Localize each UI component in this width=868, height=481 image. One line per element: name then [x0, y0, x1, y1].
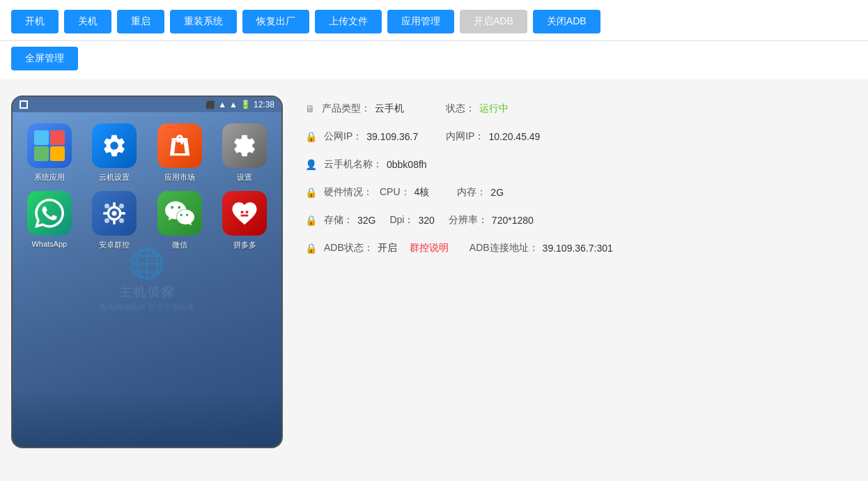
- wifi-signal-icon: ▲: [218, 100, 226, 109]
- watermark-slogan: 服务跨境电商 助力中企出海: [100, 302, 194, 312]
- status-right: ⬛ ▲ ▲ 🔋 12:38: [206, 100, 274, 109]
- storage-item: 🔒 存储： 32G: [305, 214, 375, 227]
- internal-ip-item: 内网IP： 10.20.45.49: [446, 130, 540, 143]
- system-apps-icon: [27, 123, 72, 168]
- cloud-settings-icon: [92, 123, 137, 168]
- app-device-settings[interactable]: 设置: [217, 123, 274, 183]
- enable-adb-button[interactable]: 开启ADB: [460, 10, 527, 33]
- app-wechat[interactable]: 微信: [151, 191, 208, 250]
- app-grid: 系统应用 云机设置: [21, 123, 273, 250]
- phone-screen: 🌐 主机侦探 服务跨境电商 助力中企出海: [13, 112, 281, 447]
- cpu-item: CPU： 4核: [380, 186, 429, 199]
- app-market-icon: [157, 123, 202, 168]
- android-ctrl-label: 安卓群控: [99, 240, 130, 250]
- public-ip-value: 39.109.36.7: [366, 131, 418, 142]
- cpu-label: CPU：: [380, 186, 410, 199]
- status-square-icon: [20, 100, 28, 109]
- watermark-brand: 主机侦探: [119, 284, 175, 300]
- storage-label: 存储：: [324, 214, 353, 227]
- cpu-value: 4核: [414, 186, 430, 199]
- adb-status-value: 开启: [378, 242, 397, 254]
- app-whatsapp[interactable]: WhatsApp: [21, 191, 78, 250]
- watermark-logo-icon: 🌐: [129, 247, 165, 281]
- device-name-value: 0bbk08fh: [387, 159, 427, 170]
- second-toolbar: 全屏管理: [0, 41, 868, 79]
- adb-icon: 🔒: [305, 243, 317, 254]
- restart-button[interactable]: 重启: [117, 10, 164, 33]
- app-market-label: 应用市场: [164, 172, 195, 183]
- disable-adb-button[interactable]: 关闭ADB: [533, 10, 600, 33]
- memory-label: 内存：: [457, 186, 486, 199]
- adb-link[interactable]: 群控说明: [410, 242, 449, 254]
- phone-frame: ⬛ ▲ ▲ 🔋 12:38 🌐 主机侦探 服务跨境电商 助力中企出海: [11, 96, 283, 448]
- dpi-item: Dpi： 320: [389, 214, 434, 227]
- svg-point-7: [104, 204, 109, 208]
- whatsapp-icon: [27, 191, 72, 236]
- app-android-ctrl[interactable]: 安卓群控: [86, 191, 144, 250]
- app-manage-button[interactable]: 应用管理: [387, 10, 454, 33]
- app-pinduoduo[interactable]: 拼多多: [217, 191, 274, 250]
- device-name-icon: 👤: [305, 159, 317, 170]
- app-system-apps[interactable]: 系统应用: [21, 123, 78, 183]
- ip-row: 🔒 公网IP： 39.109.36.7 内网IP： 10.20.45.49: [305, 130, 857, 143]
- reinstall-button[interactable]: 重装系统: [170, 10, 237, 33]
- hardware-item: 🔒 硬件情况：: [305, 186, 373, 199]
- product-type-item: 🖥 产品类型： 云手机: [305, 102, 404, 115]
- resolution-item: 分辨率： 720*1280: [449, 214, 534, 227]
- adb-label: ADB状态：: [324, 242, 373, 254]
- pinduoduo-icon: [222, 191, 267, 236]
- cellular-icon: ▲: [229, 100, 238, 109]
- dpi-label: Dpi：: [389, 214, 414, 227]
- upload-file-button[interactable]: 上传文件: [315, 10, 382, 33]
- resolution-value: 720*1280: [492, 215, 534, 226]
- dpi-value: 320: [418, 215, 434, 226]
- product-type-label: 产品类型：: [322, 102, 371, 115]
- phone-status-bar: ⬛ ▲ ▲ 🔋 12:38: [13, 97, 281, 112]
- app-market[interactable]: 应用市场: [151, 123, 208, 183]
- fullscreen-button[interactable]: 全屏管理: [11, 47, 78, 70]
- status-item: 状态： 运行中: [446, 102, 509, 115]
- hardware-label: 硬件情况：: [324, 186, 373, 199]
- factory-reset-button[interactable]: 恢复出厂: [242, 10, 309, 33]
- power-off-button[interactable]: 关机: [64, 10, 111, 33]
- battery-icon: 🔋: [240, 100, 251, 109]
- storage-icon: 🔒: [305, 215, 317, 226]
- device-name-item: 👤 云手机名称： 0bbk08fh: [305, 158, 427, 171]
- hardware-icon: 🔒: [305, 187, 317, 198]
- status-left: [20, 100, 28, 109]
- phone-bottom-decoration: [13, 391, 281, 447]
- storage-value: 32G: [357, 215, 375, 226]
- info-panel: 🖥 产品类型： 云手机 状态： 运行中 🔒 公网IP： 39.109.36.7: [305, 96, 857, 277]
- storage-row: 🔒 存储： 32G Dpi： 320 分辨率： 720*1280: [305, 214, 857, 227]
- adb-addr-item: ADB连接地址： 39.109.36.7:301: [470, 242, 613, 254]
- cast-icon: ⬛: [206, 100, 215, 109]
- device-name-label: 云手机名称：: [324, 158, 382, 171]
- device-settings-icon: [222, 123, 267, 168]
- toolbar: 开机 关机 重启 重装系统 恢复出厂 上传文件 应用管理 开启ADB 关闭ADB: [0, 0, 868, 41]
- power-on-button[interactable]: 开机: [11, 10, 59, 33]
- app-cloud-settings[interactable]: 云机设置: [86, 123, 144, 183]
- status-label: 状态：: [446, 102, 475, 115]
- resolution-label: 分辨率：: [449, 214, 488, 227]
- public-ip-item: 🔒 公网IP： 39.109.36.7: [305, 130, 418, 143]
- svg-point-9: [104, 218, 109, 223]
- product-type-value: 云手机: [375, 102, 404, 115]
- svg-point-8: [119, 204, 124, 208]
- memory-item: 内存： 2G: [457, 186, 504, 199]
- device-settings-label: 设置: [237, 172, 252, 183]
- hardware-row: 🔒 硬件情况： CPU： 4核 内存： 2G: [305, 186, 857, 199]
- public-ip-icon: 🔒: [305, 131, 317, 142]
- wechat-icon: [157, 191, 202, 236]
- adb-item: 🔒 ADB状态： 开启 群控说明: [305, 242, 449, 254]
- device-name-row: 👤 云手机名称： 0bbk08fh: [305, 158, 857, 171]
- pinduoduo-label: 拼多多: [233, 240, 256, 250]
- product-type-icon: 🖥: [305, 103, 315, 114]
- public-ip-label: 公网IP：: [324, 130, 362, 143]
- status-value: 运行中: [479, 102, 509, 115]
- android-ctrl-icon: [92, 191, 137, 236]
- internal-ip-label: 内网IP：: [446, 130, 484, 143]
- product-type-row: 🖥 产品类型： 云手机 状态： 运行中: [305, 102, 857, 115]
- internal-ip-value: 10.20.45.49: [488, 131, 540, 142]
- wechat-label: 微信: [172, 240, 187, 250]
- adb-addr-label: ADB连接地址：: [470, 242, 538, 254]
